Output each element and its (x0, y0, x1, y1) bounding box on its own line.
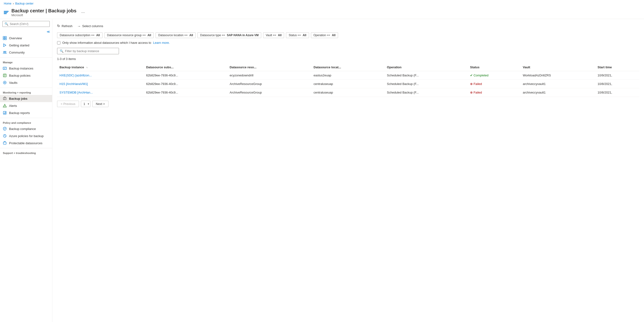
sidebar-manage-section: Manage (0, 59, 52, 65)
col-vault: Vault (520, 64, 595, 71)
filter-pills-container: Datasource subscription == All Datasourc… (57, 32, 639, 38)
sidebar-item-overview[interactable]: Overview (0, 34, 52, 42)
cell-subscription: 62b829ee-7936-40c9... (144, 80, 227, 88)
status-failed-icon: ⊗ Failed (470, 91, 482, 94)
community-icon (3, 50, 7, 54)
filter-subscription[interactable]: Datasource subscription == All (57, 32, 102, 38)
select-columns-icon: → (77, 24, 81, 28)
sidebar-item-backup-reports[interactable]: Backup reports (0, 109, 52, 116)
reports-icon (3, 111, 7, 115)
policies-icon (3, 74, 7, 77)
filter-operation[interactable]: Operation == All (311, 32, 338, 38)
cell-vault: archiveccyvault1 (520, 88, 595, 97)
sidebar-search-container: 🔍 (0, 19, 52, 29)
sidebar-monitoring-section: Monitoring + reporting (0, 89, 52, 95)
breadcrumb-current[interactable]: Backup center (15, 2, 34, 5)
sidebar-item-vaults[interactable]: Vaults (0, 79, 52, 86)
sidebar-item-backup-instances[interactable]: Backup instances (0, 65, 52, 72)
svg-marker-4 (4, 44, 6, 47)
sidebar-item-label: Overview (9, 36, 22, 40)
backup-jobs-table: Backup instance ↑↓ Datasource subs... Da… (57, 64, 639, 97)
sort-icon[interactable]: ↑↓ (86, 66, 88, 68)
toolbar: ↻ Refresh → Select columns (57, 23, 639, 29)
access-label: Only show information about datasources … (62, 41, 151, 44)
col-start-time: Start time (595, 64, 639, 71)
col-label: Datasource reso... (230, 66, 256, 69)
collapse-icon: ≪ (47, 30, 50, 34)
select-columns-button[interactable]: → Select columns (77, 23, 103, 29)
cell-start-time: 10/8/2021, (595, 80, 639, 88)
svg-point-9 (4, 82, 5, 83)
col-instance[interactable]: Backup instance ↑↓ (57, 64, 144, 71)
instance-search-input[interactable] (65, 49, 116, 53)
filter-vault[interactable]: Vault == All (263, 32, 284, 38)
overview-icon (3, 36, 7, 40)
sidebar-item-getting-started[interactable]: Getting started (0, 42, 52, 49)
table-row[interactable]: H15 [ArchHanaVM1] 62b829ee-7936-40c9... … (57, 80, 639, 88)
protectable-icon (3, 141, 7, 145)
table-row[interactable]: HXE(SDC) [azdrillzon... 62b829ee-7936-40… (57, 71, 639, 80)
page-select[interactable]: 1 (81, 101, 90, 107)
sidebar-policy-section: Policy and compliance (0, 120, 52, 125)
more-options-icon[interactable]: ··· (81, 10, 85, 15)
col-label: Status (470, 66, 480, 69)
col-status: Status (468, 64, 520, 71)
page-title: Backup center | Backup jobs (12, 8, 76, 14)
col-label: Start time (598, 66, 612, 69)
cell-vault: WorkloadAzDrillZRS (520, 71, 595, 80)
svg-point-6 (5, 52, 6, 52)
sidebar: 🔍 ≪ Overview Getting started Community (0, 19, 52, 322)
filter-location[interactable]: Datasource location == All (156, 32, 196, 38)
sidebar-item-azure-policies[interactable]: Azure policies for backup (0, 132, 52, 140)
sidebar-item-backup-jobs[interactable]: Backup jobs (0, 95, 52, 102)
alerts-icon (3, 104, 7, 108)
sidebar-item-community[interactable]: Community (0, 49, 52, 56)
instance-search-box[interactable]: 🔍 (57, 48, 119, 54)
col-label: Backup instance (60, 66, 84, 69)
sidebar-item-label: Azure policies for backup (9, 134, 44, 138)
page-title-block: Backup center | Backup jobs Microsoft (12, 8, 76, 17)
sidebar-item-label: Protectable datasources (9, 141, 42, 145)
access-checkbox[interactable] (57, 41, 60, 44)
sidebar-item-backup-compliance[interactable]: Backup compliance (0, 125, 52, 132)
getting-started-icon (3, 43, 7, 47)
filter-label: Datasource location == All (158, 34, 193, 37)
sidebar-search-input[interactable] (10, 22, 48, 26)
sidebar-item-label: Alerts (9, 104, 17, 108)
jobs-icon (3, 96, 7, 100)
cell-status: ⊗ Failed (468, 88, 520, 97)
filter-resource-group[interactable]: Datasource resource group == All (104, 32, 154, 38)
cell-resource-group: ArchiveResourceGroup (227, 80, 311, 88)
vaults-icon (3, 81, 7, 84)
refresh-label: Refresh (62, 24, 72, 28)
sidebar-collapse-button[interactable]: ≪ (0, 29, 52, 34)
breadcrumb-home[interactable]: Home (4, 2, 12, 5)
breadcrumb-separator: › (13, 2, 14, 5)
table-row[interactable]: SYSTEMDB [ArchHan... 62b829ee-7936-40c9.… (57, 88, 639, 97)
sidebar-item-backup-policies[interactable]: Backup policies (0, 72, 52, 79)
svg-rect-1 (5, 36, 6, 38)
next-button[interactable]: Next > (92, 101, 108, 107)
sidebar-search-box[interactable]: 🔍 (2, 21, 50, 27)
instances-icon (3, 66, 7, 70)
svg-rect-7 (3, 67, 6, 70)
items-count: 1-3 of 3 items (57, 57, 639, 61)
refresh-button[interactable]: ↻ Refresh (57, 23, 72, 29)
search-icon: 🔍 (60, 49, 64, 53)
sidebar-item-label: Vaults (9, 81, 17, 84)
previous-button[interactable]: < Previous (57, 101, 79, 107)
svg-point-5 (4, 52, 5, 52)
learn-more-link[interactable]: Learn more. (153, 41, 170, 44)
refresh-icon: ↻ (57, 24, 60, 28)
filter-status[interactable]: Status == All (286, 32, 309, 38)
col-label: Datasource locat... (314, 66, 341, 69)
page-select-wrap: 1 (81, 101, 90, 107)
cell-vault: archiveccyvault1 (520, 80, 595, 88)
sidebar-item-alerts[interactable]: Alerts (0, 102, 52, 109)
sidebar-item-label: Backup instances (9, 67, 33, 70)
filter-type[interactable]: Datasource type == SAP HANA in Azure VM (198, 32, 261, 38)
cell-status: ✔ Completed (468, 71, 520, 80)
page-header: Backup center | Backup jobs Microsoft ··… (0, 7, 644, 19)
sidebar-item-protectable-sources[interactable]: Protectable datasources (0, 140, 52, 146)
sidebar-item-label: Backup jobs (9, 97, 27, 100)
